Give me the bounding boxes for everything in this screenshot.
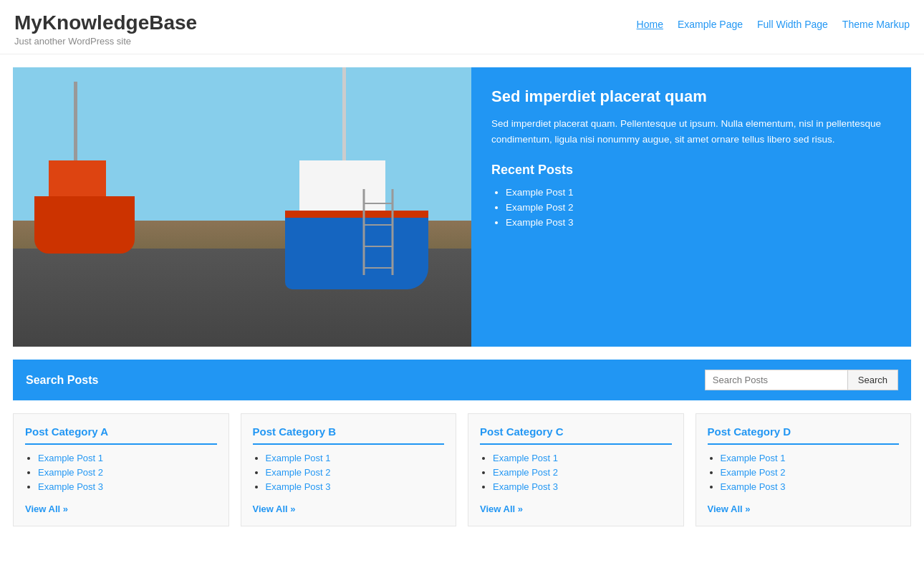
category-posts-list: Example Post 1Example Post 2Example Post… [480,452,672,492]
category-post-link[interactable]: Example Post 3 [38,481,103,492]
category-post-link[interactable]: Example Post 1 [266,453,331,463]
category-post-link[interactable]: Example Post 2 [493,467,558,478]
search-bar-title: Search Posts [26,374,98,387]
site-title[interactable]: MyKnowledgeBase [14,11,197,34]
categories-section: Post Category AExample Post 1Example Pos… [13,413,911,541]
recent-posts-list: Example Post 1Example Post 2Example Post… [491,186,891,228]
recent-post-link[interactable]: Example Post 2 [506,202,574,213]
recent-post-link[interactable]: Example Post 3 [506,217,574,228]
category-post-link[interactable]: Example Post 1 [493,453,558,463]
view-all-link[interactable]: View All » [25,504,68,514]
category-posts-list: Example Post 1Example Post 2Example Post… [25,452,217,492]
recent-post-link[interactable]: Example Post 1 [506,187,574,198]
category-title: Post Category A [25,425,217,445]
category-post-link[interactable]: Example Post 3 [721,481,786,492]
hero-section: Sed imperdiet placerat quam Sed imperdie… [13,67,911,347]
view-all-link[interactable]: View All » [708,504,751,514]
category-card-1: Post Category AExample Post 1Example Pos… [13,413,229,526]
hero-content: Sed imperdiet placerat quam Sed imperdie… [471,67,911,347]
recent-posts-heading: Recent Posts [491,163,891,178]
site-branding: MyKnowledgeBase Just another WordPress s… [14,11,197,47]
site-header: MyKnowledgeBase Just another WordPress s… [0,0,924,54]
search-form: Search [705,370,898,390]
hero-title: Sed imperdiet placerat quam [491,87,891,106]
search-bar: Search Posts Search [13,360,911,400]
main-nav: HomeExample PageFull Width PageTheme Mar… [637,19,910,30]
nav-item-example-page[interactable]: Example Page [678,19,743,30]
hero-image [13,67,471,347]
category-post-link[interactable]: Example Post 2 [38,467,103,478]
scaffolding-icon [357,189,400,275]
category-post-link[interactable]: Example Post 3 [493,481,558,492]
category-card-4: Post Category DExample Post 1Example Pos… [696,413,912,526]
view-all-link[interactable]: View All » [480,504,523,514]
category-posts-list: Example Post 1Example Post 2Example Post… [708,452,900,492]
category-post-link[interactable]: Example Post 2 [721,467,786,478]
nav-item-theme-markup[interactable]: Theme Markup [842,19,910,30]
category-post-link[interactable]: Example Post 3 [266,481,331,492]
view-all-link[interactable]: View All » [253,504,296,514]
search-input[interactable] [705,370,848,390]
category-title: Post Category D [708,425,900,445]
category-post-link[interactable]: Example Post 2 [266,467,331,478]
category-title: Post Category B [253,425,445,445]
nav-item-home[interactable]: Home [637,19,663,30]
boat-red [34,125,135,254]
category-post-link[interactable]: Example Post 1 [721,453,786,463]
site-tagline: Just another WordPress site [14,36,197,47]
search-button[interactable]: Search [848,370,898,390]
category-post-link[interactable]: Example Post 1 [38,453,103,463]
category-title: Post Category C [480,425,672,445]
category-posts-list: Example Post 1Example Post 2Example Post… [253,452,445,492]
nav-item-full-width-page[interactable]: Full Width Page [757,19,828,30]
hero-body: Sed imperdiet placerat quam. Pellentesqu… [491,116,891,147]
category-card-3: Post Category CExample Post 1Example Pos… [468,413,684,526]
category-card-2: Post Category BExample Post 1Example Pos… [241,413,457,526]
